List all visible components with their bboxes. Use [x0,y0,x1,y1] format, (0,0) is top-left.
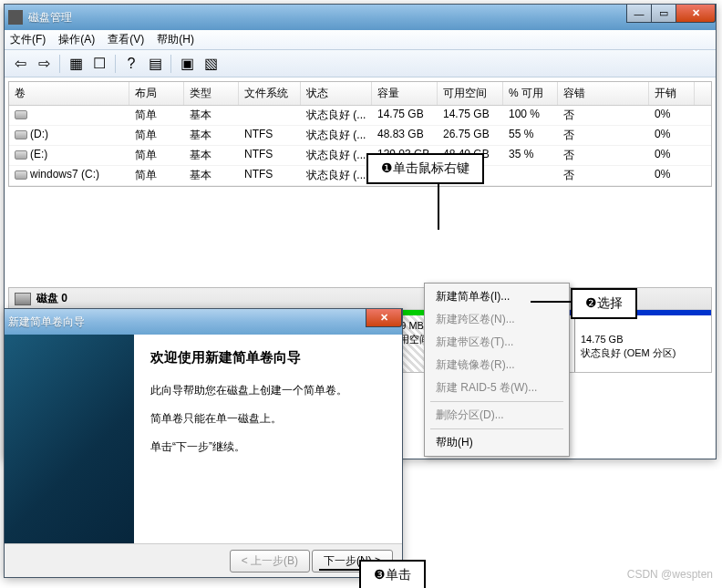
menubar: 文件(F) 操作(A) 查看(V) 帮助(H) [5,30,716,50]
disk-label: 磁盘 0 [36,291,67,306]
refresh-icon[interactable]: ▣ [177,54,197,74]
callout-line [438,179,439,230]
wizard-footer: < 上一步(B) 下一步(N) > [5,544,402,577]
wizard-dialog: 新建简单卷向导 ✕ 欢迎使用新建简单卷向导 此向导帮助您在磁盘上创建一个简单卷。… [4,308,403,578]
col-cap[interactable]: 容量 [372,82,438,105]
toolbar-icon[interactable]: ▧ [201,54,221,74]
wizard-main: 欢迎使用新建简单卷向导 此向导帮助您在磁盘上创建一个简单卷。 简单卷只能在单一磁… [134,335,402,543]
col-ft[interactable]: 容错 [558,82,649,105]
col-volume[interactable]: 卷 [9,82,129,105]
col-fs[interactable]: 文件系统 [239,82,301,105]
menu-action[interactable]: 操作(A) [58,32,95,47]
wizard-text: 单击“下一步”继续。 [150,439,386,455]
volume-list: 卷 布局 类型 文件系统 状态 容量 可用空间 % 可用 容错 开销 简单基本状… [8,81,712,187]
forward-button[interactable]: ⇨ [34,54,54,74]
toolbar: ⇦ ⇨ ▦ ☐ ? ▤ ▣ ▧ [5,50,716,77]
table-row[interactable]: windows7 (C:)简单基本NTFS状态良好 (...否0% [9,166,711,186]
table-row[interactable]: (D:)简单基本NTFS状态良好 (...48.83 GB26.75 GB55 … [9,126,711,146]
menu-help[interactable]: 帮助(H) [427,431,567,454]
wizard-close-button[interactable]: ✕ [366,309,402,327]
back-button: < 上一步(B) [230,550,310,573]
menu-file[interactable]: 文件(F) [10,32,46,47]
menu-new-simple-volume[interactable]: 新建简单卷(I)... [427,285,567,308]
col-layout[interactable]: 布局 [129,82,184,105]
column-headers[interactable]: 卷 布局 类型 文件系统 状态 容量 可用空间 % 可用 容错 开销 [9,82,711,106]
wizard-titlebar[interactable]: 新建简单卷向导 ✕ [5,309,402,335]
back-button[interactable]: ⇦ [10,54,30,74]
help-icon[interactable]: ? [121,54,141,74]
app-icon [8,10,23,25]
partition-oem[interactable]: 14.75 GB 状态良好 (OEM 分区) [574,310,711,372]
toolbar-icon[interactable]: ▦ [66,54,86,74]
toolbar-icon[interactable]: ▤ [145,54,165,74]
menu-view[interactable]: 查看(V) [108,32,144,47]
callout-3: ❸单击 [359,560,426,588]
close-button[interactable]: ✕ [676,5,716,23]
wizard-heading: 欢迎使用新建简单卷向导 [150,349,386,366]
menu-delete-partition: 删除分区(D)... [427,404,567,427]
watermark: CSDN @wespten [627,568,713,581]
menu-new-mirrored: 新建镜像卷(R)... [427,354,567,377]
table-row[interactable]: (E:)简单基本NTFS状态良好 (...139.03 GB48.40 GB35… [9,146,711,166]
menu-new-raid5: 新建 RAID-5 卷(W)... [427,377,567,399]
wizard-text: 此向导帮助您在磁盘上创建一个简单卷。 [150,383,386,398]
minimize-button[interactable]: — [626,5,652,23]
callout-line [531,301,571,303]
col-pct[interactable]: % 可用 [503,82,558,105]
wizard-sidebar-image [5,335,134,543]
wizard-text: 简单卷只能在单一磁盘上。 [150,411,386,427]
disk-icon [15,293,31,305]
menu-new-spanned: 新建跨区卷(N)... [427,308,567,331]
menu-help[interactable]: 帮助(H) [157,32,194,47]
wizard-title: 新建简单卷向导 [8,315,398,330]
titlebar[interactable]: 磁盘管理 — ▭ ✕ [5,5,716,30]
table-row[interactable]: 简单基本状态良好 (...14.75 GB14.75 GB100 %否0% [9,106,711,126]
window-title: 磁盘管理 [28,10,712,26]
callout-2: ❷选择 [571,288,637,319]
context-menu: 新建简单卷(I)... 新建跨区卷(N)... 新建带区卷(T)... 新建镜像… [424,283,570,457]
menu-new-striped: 新建带区卷(T)... [427,331,567,354]
callout-line [319,569,359,571]
callout-1: ❶单击鼠标右键 [366,153,484,184]
toolbar-icon[interactable]: ☐ [89,54,109,74]
col-status[interactable]: 状态 [301,82,372,105]
maximize-button[interactable]: ▭ [651,5,676,23]
col-ov[interactable]: 开销 [649,82,695,105]
col-type[interactable]: 类型 [184,82,239,105]
col-free[interactable]: 可用空间 [438,82,503,105]
